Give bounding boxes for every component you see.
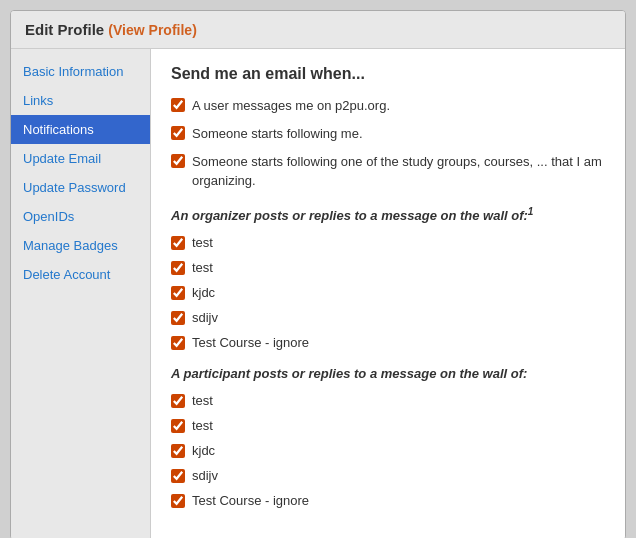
checkbox-org-test1-label: test [192,235,213,250]
title-bar: Edit Profile (View Profile) [11,11,625,49]
sidebar-item-update-email[interactable]: Update Email [11,144,150,173]
checkbox-par-par-sdijv-label: sdijv [192,468,218,483]
wall-item-par-par-sdijv: sdijv [171,468,605,483]
wall-item-org-test1: test [171,235,605,250]
checkbox-org-test2-label: test [192,260,213,275]
organizer-section-title: An organizer posts or replies to a messa… [171,206,605,223]
wall-item-org-testcourse: Test Course - ignore [171,335,605,350]
content-area: Basic InformationLinksNotificationsUpdat… [11,49,625,538]
wall-item-par-par-testcourse: Test Course - ignore [171,493,605,508]
checkbox-follow-group: Someone starts following one of the stud… [171,153,605,189]
wall-item-par-par-kjdc: kjdc [171,443,605,458]
checkbox-org-sdijv-input[interactable] [171,311,185,325]
sidebar-item-openids[interactable]: OpenIDs [11,202,150,231]
sidebar: Basic InformationLinksNotificationsUpdat… [11,49,151,538]
checkbox-follow-me: Someone starts following me. [171,125,605,143]
checkbox-org-testcourse-label: Test Course - ignore [192,335,309,350]
checkbox-msg-me-label: A user messages me on p2pu.org. [192,97,390,115]
view-profile-link[interactable]: (View Profile) [108,22,196,38]
checkbox-org-kjdc-label: kjdc [192,285,215,300]
checkbox-msg-me-input[interactable] [171,98,185,112]
checkbox-org-testcourse-input[interactable] [171,336,185,350]
sidebar-item-basic-information[interactable]: Basic Information [11,57,150,86]
checkbox-par-par-kjdc-label: kjdc [192,443,215,458]
checkbox-org-test1-input[interactable] [171,236,185,250]
section-title: Send me an email when... [171,65,605,83]
checkbox-org-sdijv-label: sdijv [192,310,218,325]
sidebar-item-update-password[interactable]: Update Password [11,173,150,202]
page-title: Edit Profile [25,21,104,38]
checkbox-par-par-test2-label: test [192,418,213,433]
checkbox-par-par-testcourse-input[interactable] [171,494,185,508]
wall-item-par-par-test1: test [171,393,605,408]
checkbox-follow-group-input[interactable] [171,154,185,168]
participant-items: testtestkjdcsdijvTest Course - ignore [171,393,605,508]
checkbox-follow-me-input[interactable] [171,126,185,140]
checkbox-msg-me: A user messages me on p2pu.org. [171,97,605,115]
checkbox-par-par-kjdc-input[interactable] [171,444,185,458]
checkbox-par-par-test1-label: test [192,393,213,408]
participant-section-title: A participant posts or replies to a mess… [171,366,605,381]
checkbox-par-par-testcourse-label: Test Course - ignore [192,493,309,508]
main-window: Edit Profile (View Profile) Basic Inform… [10,10,626,538]
wall-item-org-sdijv: sdijv [171,310,605,325]
checkbox-follow-group-label: Someone starts following one of the stud… [192,153,605,189]
wall-item-org-kjdc: kjdc [171,285,605,300]
wall-item-org-test2: test [171,260,605,275]
organizer-items: testtestkjdcsdijvTest Course - ignore [171,235,605,350]
checkbox-par-par-test1-input[interactable] [171,394,185,408]
sidebar-item-links[interactable]: Links [11,86,150,115]
sidebar-item-manage-badges[interactable]: Manage Badges [11,231,150,260]
checkbox-org-test2-input[interactable] [171,261,185,275]
checkbox-par-par-sdijv-input[interactable] [171,469,185,483]
sidebar-item-notifications[interactable]: Notifications [11,115,150,144]
main-content: Send me an email when... A user messages… [151,49,625,538]
wall-item-par-par-test2: test [171,418,605,433]
checkbox-par-par-test2-input[interactable] [171,419,185,433]
checkbox-follow-me-label: Someone starts following me. [192,125,363,143]
sidebar-item-delete-account[interactable]: Delete Account [11,260,150,289]
checkbox-org-kjdc-input[interactable] [171,286,185,300]
